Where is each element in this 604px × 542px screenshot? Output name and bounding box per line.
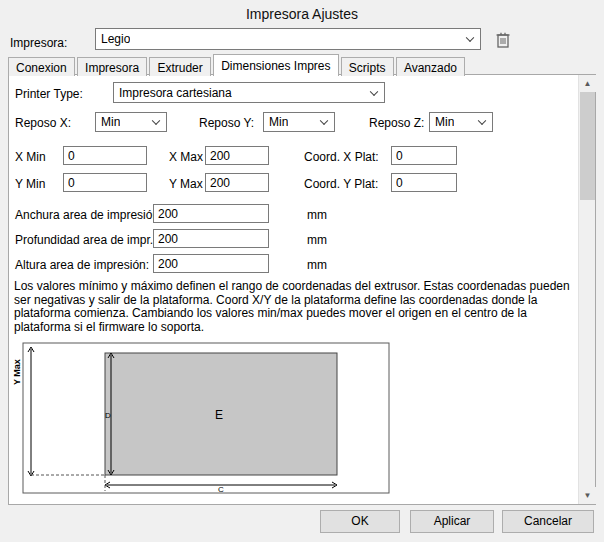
print-depth-unit: mm (307, 233, 327, 247)
y-min-input[interactable] (63, 173, 147, 192)
print-width-label: Anchura area de impresión: (15, 208, 162, 222)
coord-y-label: Coord. Y Plat: (304, 177, 378, 191)
chevron-down-icon (320, 116, 328, 124)
dialog-title: Impresora Ajustes (0, 6, 604, 22)
home-z-label: Reposo Z: (369, 116, 424, 130)
printer-settings-dialog: { "dialog": { "title": "Impresora Ajuste… (0, 0, 604, 542)
y-max-label: Y Max (169, 177, 203, 191)
vertical-scrollbar[interactable]: ▲ ▼ (578, 75, 595, 504)
printer-type-combo[interactable]: Impresora cartesiana (113, 82, 385, 103)
tab-conexion[interactable]: Conexion (8, 57, 75, 76)
coord-x-label: Coord. X Plat: (304, 150, 379, 164)
x-min-input[interactable] (63, 146, 147, 165)
diagram-width-dim-label: C (218, 485, 224, 494)
chevron-down-icon (152, 116, 160, 124)
printer-type-label: Printer Type: (15, 87, 83, 101)
x-max-label: X Max (169, 150, 203, 164)
dimensions-tab-page: Printer Type: Impresora cartesiana Repos… (8, 74, 596, 505)
cancel-button[interactable]: Cancelar (502, 510, 594, 533)
home-z-combo[interactable]: Min (429, 112, 493, 132)
scrollbar-thumb[interactable] (580, 92, 595, 200)
print-depth-label: Profundidad area de impr.: (15, 233, 156, 247)
chevron-down-icon (478, 116, 486, 124)
print-width-input[interactable] (153, 204, 269, 223)
coord-y-input[interactable] (391, 173, 457, 192)
x-max-input[interactable] (205, 146, 269, 165)
dimensions-description: Los valores mínimo y máximo definen el r… (14, 280, 576, 334)
home-y-value: Min (269, 115, 288, 129)
home-x-value: Min (101, 115, 120, 129)
chevron-down-icon (370, 87, 378, 95)
y-max-input[interactable] (205, 173, 269, 192)
tab-dimensiones-impres[interactable]: Dimensiones Impres (213, 54, 338, 76)
apply-button[interactable]: Aplicar (410, 510, 494, 533)
print-depth-input[interactable] (153, 229, 269, 248)
diagram-depth-dim-label: D (105, 411, 111, 420)
scroll-down-icon[interactable]: ▼ (579, 487, 596, 504)
ok-button[interactable]: OK (320, 510, 400, 533)
home-x-label: Reposo X: (15, 116, 71, 130)
printer-bed-diagram: Y Max E D C (13, 339, 573, 499)
printer-type-value: Impresora cartesiana (119, 86, 232, 100)
print-height-label: Altura area de impresión: (15, 258, 149, 272)
coord-x-input[interactable] (391, 146, 457, 165)
home-y-label: Reposo Y: (199, 116, 254, 130)
printer-select-value: Legio (101, 32, 130, 46)
printer-select-combo[interactable]: Legio (95, 28, 481, 50)
tab-impresora[interactable]: Impresora (77, 57, 147, 76)
home-y-combo[interactable]: Min (263, 112, 335, 132)
printer-select-label: Impresora: (10, 36, 67, 50)
print-height-input[interactable] (153, 254, 269, 273)
diagram-bed-label: E (215, 408, 223, 422)
scroll-up-icon[interactable]: ▲ (579, 75, 596, 92)
home-x-combo[interactable]: Min (95, 112, 167, 132)
print-height-unit: mm (307, 258, 327, 272)
diagram-ymax-label: Y Max (13, 359, 22, 385)
home-z-value: Min (435, 115, 454, 129)
x-min-label: X Min (15, 150, 46, 164)
chevron-down-icon (466, 33, 474, 41)
tab-extruder[interactable]: Extruder (149, 57, 210, 76)
tab-scripts[interactable]: Scripts (341, 57, 394, 76)
settings-tabstrip: Conexion Impresora Extruder Dimensiones … (8, 54, 464, 75)
trash-icon[interactable] (494, 30, 512, 50)
y-min-label: Y Min (15, 177, 45, 191)
print-width-unit: mm (307, 208, 327, 222)
tab-avanzado[interactable]: Avanzado (396, 57, 465, 76)
